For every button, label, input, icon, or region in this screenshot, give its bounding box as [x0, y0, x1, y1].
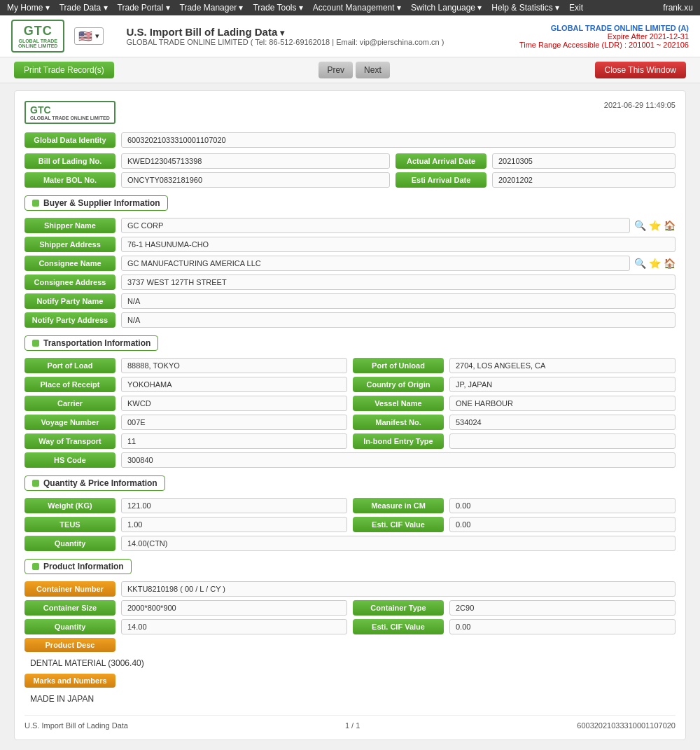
consignee-name-value-area: GC MANUFACTURING AMERICA LLC 🔍 ⭐ 🏠 — [121, 256, 676, 271]
nav-trade-portal[interactable]: Trade Portal ▾ — [118, 3, 170, 13]
print-button[interactable]: Print Trade Record(s) — [14, 62, 114, 78]
consignee-icons: 🔍 ⭐ 🏠 — [634, 258, 676, 269]
container-type-value: 2C90 — [449, 600, 676, 616]
product-desc-row: Product Desc — [24, 638, 676, 652]
transportation-section: Transportation Information — [24, 335, 158, 351]
record-logo-box: GTC GLOBAL TRADE ONLINE LIMITED — [24, 101, 115, 124]
user-name: frank.xu — [663, 3, 693, 13]
bol-row: Bill of Lading No. KWED123045713398 Actu… — [24, 153, 676, 169]
quantity-price-section: Quantity & Price Information — [24, 475, 165, 491]
receipt-label: Place of Receipt — [24, 377, 115, 392]
footer-title: U.S. Import Bill of Lading Data — [24, 721, 128, 730]
voyage-label: Voyage Number — [24, 415, 115, 430]
company-name: GLOBAL TRADE ONLINE LIMITED (A) — [519, 24, 689, 32]
transport-label: Way of Transport — [24, 433, 115, 449]
receipt-row: Place of Receipt YOKOHAMA Country of Ori… — [24, 377, 676, 392]
container-number-value: KKTU8210198 ( 00 / L / CY ) — [121, 581, 676, 597]
consignee-search-icon[interactable]: 🔍 — [634, 258, 646, 269]
voyage-value: 007E — [121, 415, 347, 430]
bol-label: Bill of Lading No. — [24, 153, 115, 169]
nav-help-statistics[interactable]: Help & Statistics ▾ — [491, 3, 559, 13]
quantity-value: 14.00(CTN) — [121, 536, 676, 551]
next-button[interactable]: Next — [356, 62, 390, 78]
marks-numbers-value: MADE IN JAPAN — [24, 691, 676, 709]
nav-items: My Home ▾ Trade Data ▾ Trade Portal ▾ Tr… — [7, 3, 583, 13]
nav-trade-data[interactable]: Trade Data ▾ — [59, 3, 108, 13]
nav-exit[interactable]: Exit — [569, 3, 583, 13]
product-section: Product Information — [24, 559, 132, 574]
country-origin-value: JP, JAPAN — [449, 377, 676, 392]
record-logo: GTC GLOBAL TRADE ONLINE LIMITED — [24, 101, 115, 124]
container-number-label: Container Number — [24, 581, 115, 597]
flag-dropdown-icon: ▾ — [95, 32, 99, 41]
measure-cm-label: Measure in CM — [353, 498, 444, 513]
hs-code-label: HS Code — [24, 452, 115, 468]
mater-bol-value: ONCYTY0832181960 — [121, 172, 390, 188]
esti-cif-label: Esti. CIF Value — [353, 517, 444, 532]
transport-row: Way of Transport 11 In-bond Entry Type — [24, 433, 676, 449]
consignee-address-value: 3737 WEST 127TH STREET — [121, 275, 676, 290]
nav-trade-manager[interactable]: Trade Manager ▾ — [180, 3, 244, 13]
shipper-icons: 🔍 ⭐ 🏠 — [634, 220, 676, 231]
weight-row: Weight (KG) 121.00 Measure in CM 0.00 — [24, 498, 676, 513]
notify-party-address-value: N/A — [121, 312, 676, 328]
port-unload-value: 2704, LOS ANGELES, CA — [449, 358, 676, 373]
footer-id: 60032021033310001107020 — [577, 721, 676, 730]
page-title: U.S. Import Bill of Lading Data ▾ — [126, 26, 505, 38]
quantity2-row: Quantity 14.00 Esti. CIF Value 0.00 — [24, 619, 676, 634]
flag-selector[interactable]: 🇺🇸 ▾ — [74, 27, 104, 45]
hs-code-value: 300840 — [121, 452, 676, 468]
esti-cif-value: 0.00 — [449, 517, 676, 532]
notify-party-name-value: N/A — [121, 293, 676, 309]
logo-area: GTC GLOBAL TRADEONLINE LIMITED — [11, 20, 64, 53]
receipt-value: YOKOHAMA — [121, 377, 347, 392]
logo: GTC GLOBAL TRADEONLINE LIMITED — [11, 20, 64, 53]
carrier-value: KWCD — [121, 396, 347, 411]
consignee-name-row: Consignee Name GC MANUFACTURING AMERICA … — [24, 256, 676, 271]
header-right: GLOBAL TRADE ONLINE LIMITED (A) Expire A… — [519, 24, 689, 49]
global-data-label: Global Data Identity — [24, 132, 115, 148]
port-load-row: Port of Load 88888, TOKYO Port of Unload… — [24, 358, 676, 373]
shipper-name-row: Shipper Name GC CORP 🔍 ⭐ 🏠 — [24, 218, 676, 233]
top-toolbar: Print Trade Record(s) Prev Next Close Th… — [0, 57, 700, 83]
manifest-label: Manifest No. — [353, 415, 444, 430]
flag-icon: 🇺🇸 — [78, 29, 92, 43]
esti-cif2-label: Esti. CIF Value — [353, 619, 444, 634]
container-type-label: Container Type — [353, 600, 444, 616]
shipper-search-icon[interactable]: 🔍 — [634, 220, 646, 231]
consignee-name-label: Consignee Name — [24, 256, 115, 271]
nav-trade-tools[interactable]: Trade Tools ▾ — [253, 3, 302, 13]
inbond-value — [449, 433, 676, 449]
title-dropdown-icon[interactable]: ▾ — [280, 28, 284, 38]
nav-switch-language[interactable]: Switch Language ▾ — [411, 3, 482, 13]
prev-button[interactable]: Prev — [318, 62, 353, 78]
teus-row: TEUS 1.00 Esti. CIF Value 0.00 — [24, 517, 676, 532]
header: GTC GLOBAL TRADEONLINE LIMITED 🇺🇸 ▾ U.S.… — [0, 15, 700, 57]
notify-party-name-label: Notify Party Name — [24, 293, 115, 309]
nav-account-management[interactable]: Account Management ▾ — [313, 3, 401, 13]
notify-party-address-label: Notify Party Address — [24, 312, 115, 328]
nav-my-home[interactable]: My Home ▾ — [7, 3, 50, 13]
global-data-row: Global Data Identity 6003202103331000110… — [24, 132, 676, 148]
inbond-label: In-bond Entry Type — [353, 433, 444, 449]
consignee-star-icon[interactable]: ⭐ — [649, 258, 661, 269]
port-load-value: 88888, TOKYO — [121, 358, 347, 373]
weight-label: Weight (KG) — [24, 498, 115, 513]
vessel-name-label: Vessel Name — [353, 396, 444, 411]
container-size-row: Container Size 2000*800*900 Container Ty… — [24, 600, 676, 616]
consignee-home-icon[interactable]: 🏠 — [664, 258, 676, 269]
time-range: Time Range Accessible (LDR) : 201001 ~ 2… — [519, 41, 689, 49]
record-card: GTC GLOBAL TRADE ONLINE LIMITED 2021-06-… — [14, 90, 686, 740]
container-size-value: 2000*800*900 — [121, 600, 347, 616]
shipper-star-icon[interactable]: ⭐ — [649, 220, 661, 231]
shipper-address-label: Shipper Address — [24, 237, 115, 252]
esti-arrival-label: Esti Arrival Date — [396, 172, 486, 188]
quantity2-label: Quantity — [24, 619, 115, 634]
manifest-value: 534024 — [449, 415, 676, 430]
shipper-home-icon[interactable]: 🏠 — [664, 220, 676, 231]
container-size-label: Container Size — [24, 600, 115, 616]
container-number-row: Container Number KKTU8210198 ( 00 / L / … — [24, 581, 676, 597]
close-button[interactable]: Close This Window — [595, 62, 686, 78]
shipper-address-value: 76-1 HASUNUMA-CHO — [121, 237, 676, 252]
teus-value: 1.00 — [121, 517, 347, 532]
